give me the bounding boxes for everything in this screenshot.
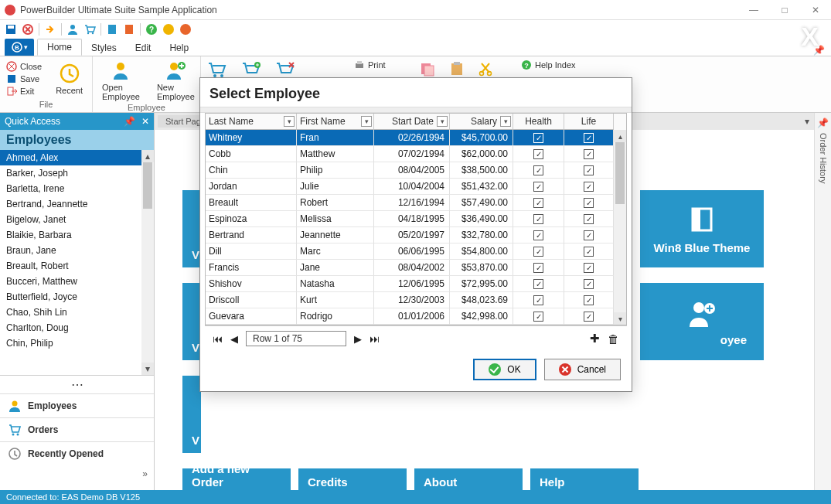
new-employee-button[interactable]: New Employee [154, 58, 198, 103]
table-row[interactable]: BertrandJeannette05/20/1997$32,780.00✓✓ [206, 227, 626, 243]
checkbox[interactable]: ✓ [584, 182, 594, 192]
list-item[interactable]: Barletta, Irene [0, 181, 141, 196]
open-employee-button[interactable]: Open Employee [99, 58, 143, 103]
pin-right-icon[interactable]: 📌 [817, 117, 829, 128]
pin-panel-icon[interactable]: 📌 [124, 116, 135, 127]
col-start-date[interactable]: Start Date▾ [374, 114, 450, 130]
tab-help[interactable]: Help [160, 40, 198, 56]
exit-button[interactable]: Exit [6, 86, 42, 97]
checkbox[interactable]: ✓ [584, 279, 594, 289]
section-orders[interactable]: Orders [0, 417, 154, 441]
table-row[interactable]: DriscollKurt12/30/2003$48,023.69✓✓ [206, 292, 626, 308]
person-icon[interactable] [66, 23, 79, 36]
checkbox[interactable]: ✓ [533, 149, 543, 159]
tile-partial-left-1[interactable]: V [182, 190, 201, 267]
filter-dropdown-icon[interactable]: ▾ [361, 116, 372, 127]
cart-remove-icon[interactable] [275, 61, 295, 78]
close-overlay-x-icon[interactable]: X [801, 22, 819, 52]
scroll-thumb[interactable] [615, 142, 625, 204]
copy-icon[interactable] [419, 61, 436, 77]
close-window-button[interactable]: ✕ [800, 0, 831, 20]
close-button[interactable]: Close [6, 61, 42, 72]
office-blue-icon[interactable] [106, 23, 118, 36]
save-button[interactable]: Save [6, 73, 42, 84]
nav-next-icon[interactable]: ▶ [354, 333, 362, 345]
checkbox[interactable]: ✓ [533, 279, 543, 289]
undo-icon[interactable] [22, 23, 34, 36]
list-item[interactable]: Blaikie, Barbara [0, 227, 141, 243]
panel-expand-icon[interactable]: » [0, 465, 154, 482]
right-sidebar[interactable]: 📌 Order History [814, 113, 831, 490]
list-scrollbar[interactable]: ▴ ▾ [141, 150, 154, 375]
col-health[interactable]: Health [513, 114, 564, 130]
list-item[interactable]: Barker, Joseph [0, 165, 141, 181]
nav-prev-icon[interactable]: ◀ [230, 333, 238, 345]
table-row[interactable]: FrancisJane08/04/2002$53,870.00✓✓ [206, 260, 626, 276]
checkbox[interactable]: ✓ [584, 133, 594, 143]
list-item[interactable]: Ahmed, Alex [0, 150, 141, 165]
order-history-label[interactable]: Order History [819, 133, 828, 183]
scroll-up-icon[interactable]: ▴ [614, 130, 626, 142]
checkbox[interactable]: ✓ [584, 312, 594, 322]
recent-button[interactable]: Recent [53, 58, 86, 100]
scroll-down-icon[interactable]: ▾ [141, 363, 154, 375]
employees-section-header[interactable]: Employees [0, 130, 154, 150]
close-panel-icon[interactable]: ✕ [141, 116, 149, 127]
col-last-name[interactable]: Last Name▾ [206, 114, 297, 130]
checkbox[interactable]: ✓ [533, 230, 543, 240]
list-item[interactable]: Chin, Philip [0, 335, 141, 351]
list-item[interactable]: Bigelow, Janet [0, 212, 141, 227]
tab-edit[interactable]: Edit [126, 40, 161, 56]
checkbox[interactable]: ✓ [584, 247, 594, 257]
table-row[interactable]: WhitneyFran02/26/1994$45,700.00✓✓ [206, 130, 626, 146]
checkbox[interactable]: ✓ [584, 230, 594, 240]
brand-tab[interactable]: B▾ [5, 39, 34, 56]
paste-icon[interactable] [448, 61, 465, 77]
scroll-thumb[interactable] [143, 162, 152, 209]
maximize-button[interactable]: □ [769, 0, 800, 20]
cut-icon[interactable] [478, 61, 493, 77]
tabs-dropdown-icon[interactable]: ▾ [805, 116, 809, 127]
checkbox[interactable]: ✓ [584, 165, 594, 175]
print-button[interactable]: Print [354, 60, 407, 70]
help-green-icon[interactable]: ? [145, 23, 158, 36]
row-indicator[interactable]: Row 1 of 75 [246, 331, 346, 346]
checkbox[interactable]: ✓ [533, 198, 543, 208]
list-item[interactable]: Butterfield, Joyce [0, 289, 141, 305]
checkbox[interactable]: ✓ [533, 263, 543, 273]
ok-button[interactable]: OK [473, 359, 536, 380]
cart-icon[interactable] [83, 23, 96, 36]
list-item[interactable]: Braun, Jane [0, 243, 141, 258]
tile-partial-left-2[interactable]: V [182, 283, 201, 360]
checkbox[interactable]: ✓ [533, 133, 543, 143]
minimize-button[interactable]: ― [738, 0, 769, 20]
list-item[interactable]: Chao, Shih Lin [0, 305, 141, 320]
col-life[interactable]: Life [564, 114, 614, 130]
list-item[interactable]: Bertrand, Jeannette [0, 196, 141, 212]
table-row[interactable]: JordanJulie10/04/2004$51,432.00✓✓ [206, 179, 626, 195]
section-recently-opened[interactable]: Recently Opened [0, 441, 154, 465]
nav-last-icon[interactable]: ⏭ [370, 333, 380, 345]
save-icon[interactable] [5, 23, 17, 36]
help-index-button[interactable]: ?Help Index [521, 60, 576, 70]
table-row[interactable]: BreaultRobert12/16/1994$57,490.00✓✓ [206, 195, 626, 211]
tile-win8-theme[interactable]: Win8 Blue Theme [640, 190, 764, 267]
checkbox[interactable]: ✓ [533, 312, 543, 322]
table-row[interactable]: ShishovNatasha12/06/1995$72,995.00✓✓ [206, 276, 626, 292]
checkbox[interactable]: ✓ [533, 214, 543, 224]
checkbox[interactable]: ✓ [584, 263, 594, 273]
checkbox[interactable]: ✓ [584, 149, 594, 159]
table-row[interactable]: ChinPhilip08/04/2005$38,500.00✓✓ [206, 162, 626, 179]
checkbox[interactable]: ✓ [584, 295, 594, 305]
filter-dropdown-icon[interactable]: ▾ [284, 116, 295, 127]
checkbox[interactable]: ✓ [584, 214, 594, 224]
checkbox[interactable]: ✓ [533, 165, 543, 175]
scroll-up-icon[interactable]: ▴ [141, 150, 154, 162]
grid-scrollbar[interactable]: ▴ ▾ [614, 130, 626, 325]
checkbox[interactable]: ✓ [533, 247, 543, 257]
section-employees[interactable]: Employees [0, 393, 154, 417]
table-row[interactable]: CobbMatthew07/02/1994$62,000.00✓✓ [206, 146, 626, 162]
checkbox[interactable]: ✓ [533, 182, 543, 192]
run-icon[interactable] [44, 23, 56, 36]
cart-add-icon[interactable] [241, 61, 261, 78]
